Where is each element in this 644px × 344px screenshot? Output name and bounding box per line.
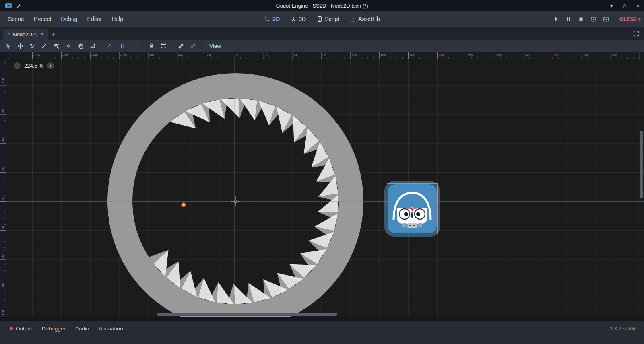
menu-editor[interactable]: Editor (83, 14, 107, 24)
ruler-left-label: 128 (1, 310, 5, 315)
snap-options-menu-button[interactable]: ⋮ (128, 41, 140, 51)
ruler-top-label: 128 (351, 53, 357, 57)
select-tool-button[interactable] (2, 41, 14, 51)
workspace-script-button[interactable]: Script (316, 16, 339, 22)
debugger-panel-label: Debugger (42, 325, 66, 332)
version-label: 3.3.2.stable (610, 323, 639, 334)
view-menu-button[interactable]: View (204, 41, 226, 51)
zoom-in-button[interactable]: + (47, 62, 54, 69)
audio-panel-button[interactable]: Audio (70, 323, 94, 334)
ruler-top-label: 96 (323, 53, 326, 57)
window-title: Godot Engine - SS2D - Node2D.tscn (*) (0, 3, 644, 9)
toolbar-separator (101, 42, 101, 49)
bottom-panel-bar: Output Debugger Audio Animation 3.3.2.st… (0, 321, 644, 344)
smart-snap-button[interactable]: ∴ (104, 41, 116, 51)
play-scene-button[interactable] (590, 16, 597, 22)
window-close-icon[interactable]: × (636, 3, 639, 9)
workspace-3d-button[interactable]: 3D (290, 16, 306, 22)
chevron-down-icon: ▾ (638, 16, 641, 22)
ruler-left-label: -128 (1, 78, 5, 84)
output-activity-dot (10, 327, 13, 330)
animation-panel-button[interactable]: Animation (94, 323, 128, 334)
new-scene-tab-button[interactable]: + (48, 29, 58, 40)
ruler-top[interactable]: -224-192-160-128-96-64-32032649612816019… (6, 52, 644, 59)
canvas-viewport: -224-192-160-128-96-64-32032649612816019… (0, 52, 644, 317)
2d-axes-icon (264, 16, 270, 22)
play-custom-scene-button[interactable] (603, 16, 609, 22)
ruler-corner (0, 52, 6, 59)
ruler-top-label: 0 (236, 53, 237, 57)
grid-snap-button[interactable] (116, 41, 128, 51)
rotate-tool-button[interactable]: ↻ (27, 41, 38, 51)
window-shade-icon[interactable]: ▾ (610, 3, 613, 9)
renderer-dropdown[interactable]: GLES3 ▾ (619, 16, 641, 22)
zoom-widget: − 224.5 % + (14, 62, 54, 69)
pause-button[interactable] (566, 16, 572, 22)
scene-tab-node2d[interactable]: ○ Node2D(*) × (3, 29, 48, 40)
vertical-scrollbar[interactable] (640, 131, 643, 198)
menu-debug[interactable]: Debug (56, 14, 82, 24)
workspace-script-label: Script (325, 16, 339, 22)
workspace-assetlib-button[interactable]: AssetLib (350, 16, 380, 22)
scene-tab-bar: ○ Node2D(*) × + (0, 27, 644, 40)
lock-object-button[interactable] (146, 41, 157, 51)
sprite-godot-logo[interactable] (384, 181, 440, 237)
ruler-top-label: 384 (583, 53, 588, 57)
workspace-2d-label: 2D (272, 16, 280, 22)
list-select-button[interactable] (51, 41, 62, 51)
menu-project[interactable]: Project (29, 14, 56, 24)
vertical-dots-icon: ⋮ (131, 43, 137, 49)
group-object-button[interactable] (158, 41, 169, 51)
pan-tool-button[interactable] (75, 41, 86, 51)
canvas-2d[interactable]: − 224.5 % + (6, 59, 644, 317)
play-button[interactable] (553, 16, 559, 22)
assetlib-download-icon (350, 16, 356, 22)
move-tool-button[interactable] (14, 41, 26, 51)
ruler-left-label: 64 (1, 254, 5, 258)
window-maximize-icon[interactable]: ◇ (622, 3, 626, 9)
point-handle[interactable] (182, 203, 186, 207)
scale-tool-button[interactable] (39, 41, 50, 51)
pivot-tool-button[interactable]: ⌖ (63, 41, 74, 51)
distraction-free-icon[interactable] (632, 29, 640, 37)
workspace-3d-label: 3D (299, 16, 306, 22)
godot-editor-window: Godot Engine - SS2D - Node2D.tscn (*) ▾ … (0, 0, 644, 344)
ruler-left-label: 96 (1, 283, 5, 287)
output-panel-button[interactable]: Output (5, 323, 37, 334)
main-menu-bar: Scene Project Debug Editor Help 2D (0, 11, 644, 27)
toolbar-separator (172, 42, 172, 49)
output-panel-label: Output (16, 325, 32, 332)
zoom-level[interactable]: 224.5 % (24, 63, 43, 69)
ruler-tool-button[interactable] (87, 41, 98, 51)
menu-scene[interactable]: Scene (3, 14, 29, 24)
stop-button[interactable] (578, 16, 584, 22)
ruler-top-label: 320 (525, 53, 530, 57)
scene-tab-label: Node2D(*) (13, 31, 37, 37)
zoom-out-button[interactable]: − (14, 62, 21, 69)
skeleton-options-button[interactable] (187, 41, 198, 51)
ruler-top-label: -64 (178, 53, 183, 57)
canvas-toolbar: ↻ ⌖ ∴ (0, 40, 644, 52)
horizontal-scrollbar[interactable] (157, 313, 337, 316)
ruler-top-label: 160 (380, 53, 386, 57)
godot-logo-icon (5, 2, 12, 9)
ruler-top-label: 256 (467, 53, 473, 57)
menu-help[interactable]: Help (107, 14, 128, 24)
bone-button[interactable] (175, 41, 186, 51)
tab-close-icon[interactable]: × (41, 31, 44, 37)
ruler-left-label: -32 (1, 167, 5, 171)
ruler-top-label: 288 (496, 53, 502, 57)
workspace-switcher: 2D 3D Script (264, 16, 380, 22)
debugger-panel-button[interactable]: Debugger (37, 323, 70, 334)
pin-icon[interactable] (16, 3, 21, 8)
smart-snap-icon: ∴ (108, 43, 112, 49)
toolbar-separator (142, 42, 143, 49)
toolbar-separator (201, 42, 202, 49)
ruler-left[interactable]: -128-96-64-320326496128 (0, 59, 6, 317)
workspace-2d-button[interactable]: 2D (264, 16, 280, 22)
title-bar: Godot Engine - SS2D - Node2D.tscn (*) ▾ … (0, 0, 644, 11)
viewport-footer-divider (0, 317, 644, 321)
ruler-left-label: -96 (1, 109, 5, 113)
ruler-top-label: 32 (265, 53, 268, 57)
ruler-left-label: 32 (1, 225, 5, 229)
